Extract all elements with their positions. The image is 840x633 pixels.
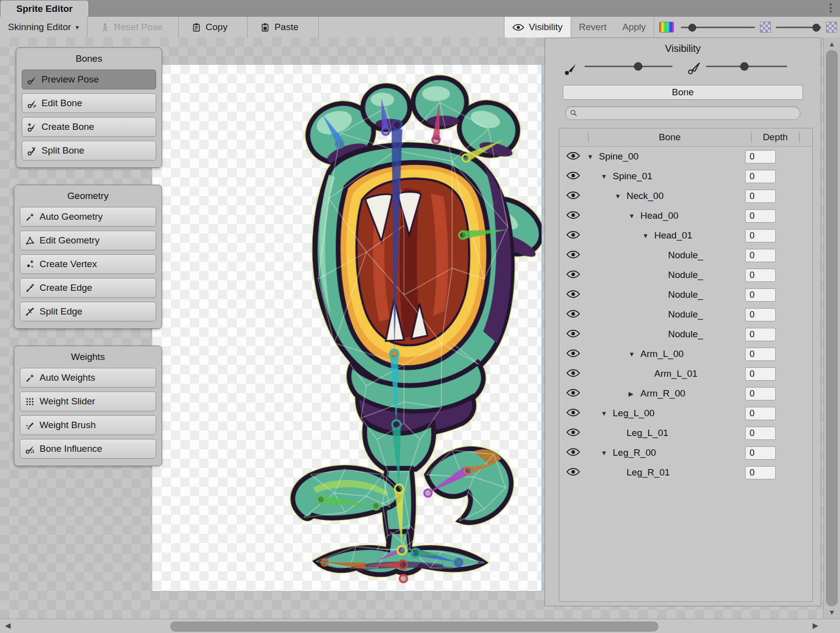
depth-input[interactable] [745,367,776,381]
slider-knob[interactable] [634,62,642,71]
apply-button[interactable]: Apply [614,17,654,38]
foldout-arrow-icon[interactable]: ▼ [587,153,599,160]
scroll-left-arrow-icon[interactable]: ◀ [5,621,11,630]
visibility-eye-toggle[interactable] [566,309,581,320]
bone-row-label[interactable]: Leg_R_01 [627,467,745,478]
tool-button-weight-brush[interactable]: Weight Brush [20,415,156,435]
visibility-eye-toggle[interactable] [566,270,581,280]
bone-search-box[interactable] [565,106,800,120]
tool-button-create-edge[interactable]: Create Edge [20,278,156,298]
bone-row-label[interactable]: Arm_R_00 [640,388,745,399]
depth-input[interactable] [745,150,776,163]
bone-row-label[interactable]: Spine_01 [613,171,745,182]
skinning-editor-dropdown[interactable]: Skinning Editor ▾ [0,17,87,38]
depth-input[interactable] [745,249,776,262]
bone-row[interactable]: Nodule_ [559,265,812,285]
horizontal-scroll-thumb[interactable] [170,622,658,632]
bone-row-label[interactable]: Arm_L_00 [640,349,745,359]
visibility-eye-toggle[interactable] [566,408,581,419]
visibility-eye-toggle[interactable] [566,171,581,182]
bone-row-label[interactable]: Nodule_ [668,329,745,340]
horizontal-scrollbar[interactable]: ◀ ▶ [0,619,840,633]
tool-button-edit-geometry[interactable]: Edit Geometry [20,231,156,250]
bone-row[interactable]: Leg_L_01 [559,423,812,443]
bone-row-label[interactable]: Head_00 [640,210,745,221]
mesh-opacity-slider[interactable] [706,61,787,71]
overlay-opacity-slider[interactable] [776,22,821,32]
depth-input[interactable] [745,407,776,420]
sprite-opacity-slider[interactable] [681,22,755,32]
scroll-down-arrow-icon[interactable]: ▼ [824,608,840,616]
bone-row-label[interactable]: Head_01 [654,230,745,241]
foldout-arrow-icon[interactable]: ▼ [615,193,627,200]
bone-row-label[interactable]: Nodule_ [668,250,745,261]
bone-row[interactable]: ▼ Head_00 [559,206,812,226]
bone-row[interactable]: ▼ Neck_00 [559,186,812,206]
visibility-eye-toggle[interactable] [566,467,581,478]
vertical-scrollbar[interactable]: ▲ ▼ [823,38,840,619]
depth-input[interactable] [745,190,776,203]
bone-row[interactable]: ▼ Spine_00 [559,147,812,166]
bone-row-label[interactable]: Leg_R_00 [613,447,745,458]
visibility-eye-toggle[interactable] [566,349,581,359]
tool-button-split-edge[interactable]: Split Edge [20,302,156,321]
tool-button-auto-geometry[interactable]: Auto Geometry [20,207,156,227]
bone-row-label[interactable]: Nodule_ [668,309,745,320]
visibility-eye-toggle[interactable] [566,329,581,340]
bone-row[interactable]: ▼ Head_01 [559,226,812,245]
tool-button-bone-influence[interactable]: Bone Influence [20,439,156,459]
tool-button-auto-weights[interactable]: Auto Weights [20,368,156,388]
bone-row[interactable]: Arm_L_01 [559,364,812,384]
depth-input[interactable] [745,308,776,321]
tool-button-edit-bone[interactable]: Edit Bone [22,93,156,113]
tool-button-create-vertex[interactable]: Create Vertex [20,254,156,274]
slider-knob[interactable] [740,62,749,71]
bone-row[interactable]: ▼ Spine_01 [559,166,812,186]
foldout-arrow-icon[interactable]: ▼ [601,173,613,180]
scroll-right-arrow-icon[interactable]: ▶ [812,621,818,630]
visibility-eye-toggle[interactable] [566,388,581,399]
bone-row[interactable]: ▶ Arm_R_00 [559,384,812,403]
depth-input[interactable] [745,387,776,400]
visibility-eye-toggle[interactable] [566,289,581,300]
visibility-toggle-button[interactable]: Visibility [504,17,570,38]
foldout-arrow-icon[interactable]: ▼ [642,232,654,239]
bone-tab-button[interactable]: Bone [563,85,803,100]
foldout-arrow-icon[interactable]: ▼ [601,449,613,457]
depth-input[interactable] [745,288,776,302]
visibility-eye-toggle[interactable] [566,151,581,162]
tool-button-weight-slider[interactable]: Weight Slider [20,392,156,411]
bone-row-label[interactable]: Nodule_ [668,289,745,300]
bone-row[interactable]: ▼ Arm_L_00 [559,344,812,364]
foldout-arrow-icon[interactable]: ▼ [629,212,640,220]
slider-knob[interactable] [688,24,696,32]
foldout-arrow-icon[interactable]: ▶ [629,390,640,397]
scroll-up-arrow-icon[interactable]: ▲ [824,40,840,48]
bone-row-label[interactable]: Spine_00 [599,151,745,162]
bone-row[interactable]: Nodule_ [559,245,812,265]
depth-input[interactable] [745,466,776,479]
bone-row[interactable]: ▼ Leg_R_00 [559,443,812,463]
depth-input[interactable] [745,269,776,282]
visibility-eye-toggle[interactable] [566,368,581,379]
bone-row[interactable]: Nodule_ [559,285,812,305]
visibility-eye-toggle[interactable] [566,428,581,438]
depth-input[interactable] [745,170,776,183]
visibility-eye-toggle[interactable] [566,210,581,221]
visibility-eye-toggle[interactable] [566,230,581,241]
depth-input[interactable] [745,209,776,223]
monster-sprite-with-skeleton[interactable] [152,65,542,591]
foldout-arrow-icon[interactable]: ▼ [629,351,640,358]
foldout-arrow-icon[interactable]: ▼ [601,410,613,417]
depth-input[interactable] [745,328,776,341]
visibility-eye-toggle[interactable] [566,191,581,201]
bone-search-input[interactable] [580,107,795,119]
bone-row-label[interactable]: Neck_00 [627,191,745,201]
tool-button-create-bone[interactable]: Create Bone [22,117,156,137]
bone-row-label[interactable]: Nodule_ [668,270,745,280]
bone-opacity-slider[interactable] [585,61,672,71]
window-menu-icon[interactable]: ⋮ [826,2,835,14]
depth-input[interactable] [745,446,776,460]
color-swatch-button[interactable] [659,22,674,33]
slider-knob[interactable] [812,24,820,32]
